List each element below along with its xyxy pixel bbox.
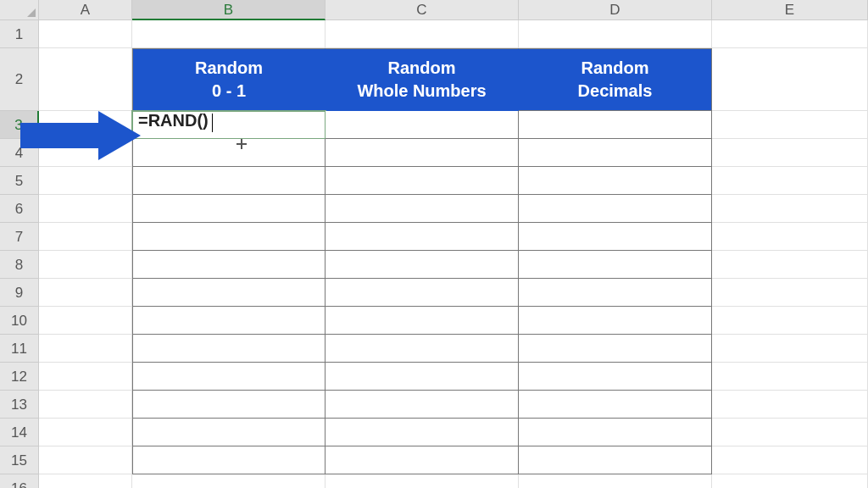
cell-D6[interactable]	[519, 195, 712, 223]
cell-E12[interactable]	[712, 363, 868, 391]
row-header-5[interactable]: 5	[0, 167, 39, 195]
cell-E3[interactable]	[712, 111, 868, 139]
cell-D10[interactable]	[519, 307, 712, 335]
cell-D16[interactable]	[519, 474, 712, 488]
row-header-14[interactable]: 14	[0, 419, 39, 446]
cell-D3[interactable]	[519, 111, 712, 139]
cell-A5[interactable]	[39, 167, 132, 195]
cell-B11[interactable]	[132, 335, 326, 363]
cell-B6[interactable]	[132, 195, 326, 223]
cell-A15[interactable]	[39, 446, 132, 474]
col-header-D[interactable]: D	[519, 0, 712, 20]
cell-A2[interactable]	[39, 48, 132, 111]
cell-B3-active[interactable]: =RAND()	[132, 111, 326, 139]
cell-C15[interactable]	[326, 446, 519, 474]
cell-A9[interactable]	[39, 279, 132, 307]
row-header-11[interactable]: 11	[0, 335, 39, 363]
col-header-E[interactable]: E	[712, 0, 868, 20]
cell-B16[interactable]	[132, 474, 326, 488]
cell-A12[interactable]	[39, 363, 132, 391]
cell-C13[interactable]	[326, 391, 519, 419]
cell-B5[interactable]	[132, 167, 326, 195]
row-header-12[interactable]: 12	[0, 363, 39, 391]
cell-C6[interactable]	[326, 195, 519, 223]
row-header-2[interactable]: 2	[0, 48, 39, 111]
col-header-B[interactable]: B	[132, 0, 326, 20]
cell-A13[interactable]	[39, 391, 132, 419]
cell-C2-header[interactable]: Random Whole Numbers	[326, 48, 519, 111]
cell-E7[interactable]	[712, 223, 868, 251]
col-header-A[interactable]: A	[39, 0, 132, 20]
cell-B14[interactable]	[132, 419, 326, 446]
cell-D5[interactable]	[519, 167, 712, 195]
cell-C1[interactable]	[326, 20, 519, 48]
row-header-3[interactable]: 3	[0, 111, 39, 139]
col-header-C[interactable]: C	[326, 0, 519, 20]
cell-D1[interactable]	[519, 20, 712, 48]
cell-A1[interactable]	[39, 20, 132, 48]
cell-D2-header[interactable]: Random Decimals	[519, 48, 712, 111]
cell-D11[interactable]	[519, 335, 712, 363]
cell-E15[interactable]	[712, 446, 868, 474]
cell-D8[interactable]	[519, 251, 712, 279]
cell-E9[interactable]	[712, 279, 868, 307]
cell-E16[interactable]	[712, 474, 868, 488]
cell-D14[interactable]	[519, 419, 712, 446]
cell-C7[interactable]	[326, 223, 519, 251]
cell-D12[interactable]	[519, 363, 712, 391]
row-header-7[interactable]: 7	[0, 223, 39, 251]
cell-E2[interactable]	[712, 48, 868, 111]
cell-A16[interactable]	[39, 474, 132, 488]
cell-A11[interactable]	[39, 335, 132, 363]
select-all-corner[interactable]	[0, 0, 39, 20]
cell-D7[interactable]	[519, 223, 712, 251]
cell-B4[interactable]	[132, 139, 326, 167]
cell-C3[interactable]	[326, 111, 519, 139]
cell-B12[interactable]	[132, 363, 326, 391]
cell-B1[interactable]	[132, 20, 326, 48]
cell-C14[interactable]	[326, 419, 519, 446]
row-header-16[interactable]: 16	[0, 474, 39, 488]
cell-E6[interactable]	[712, 195, 868, 223]
cell-B9[interactable]	[132, 279, 326, 307]
cell-C9[interactable]	[326, 279, 519, 307]
cell-A6[interactable]	[39, 195, 132, 223]
cell-E13[interactable]	[712, 391, 868, 419]
row-header-9[interactable]: 9	[0, 279, 39, 307]
row-header-1[interactable]: 1	[0, 20, 39, 48]
cell-B15[interactable]	[132, 446, 326, 474]
cell-C8[interactable]	[326, 251, 519, 279]
row-header-8[interactable]: 8	[0, 251, 39, 279]
cell-B8[interactable]	[132, 251, 326, 279]
row-header-13[interactable]: 13	[0, 391, 39, 419]
cell-B7[interactable]	[132, 223, 326, 251]
cell-B10[interactable]	[132, 307, 326, 335]
cell-B13[interactable]	[132, 391, 326, 419]
cell-C11[interactable]	[326, 335, 519, 363]
cell-C4[interactable]	[326, 139, 519, 167]
cell-C10[interactable]	[326, 307, 519, 335]
cell-A7[interactable]	[39, 223, 132, 251]
row-header-15[interactable]: 15	[0, 446, 39, 474]
cell-D15[interactable]	[519, 446, 712, 474]
cell-B2-header[interactable]: Random 0 - 1	[132, 48, 326, 111]
row-header-4[interactable]: 4	[0, 139, 39, 167]
cell-E10[interactable]	[712, 307, 868, 335]
cell-E4[interactable]	[712, 139, 868, 167]
cell-A14[interactable]	[39, 419, 132, 446]
cell-A8[interactable]	[39, 251, 132, 279]
cell-C5[interactable]	[326, 167, 519, 195]
row-header-10[interactable]: 10	[0, 307, 39, 335]
cell-A3[interactable]	[39, 111, 132, 139]
cell-D9[interactable]	[519, 279, 712, 307]
cell-E8[interactable]	[712, 251, 868, 279]
cell-A4[interactable]	[39, 139, 132, 167]
cell-C12[interactable]	[326, 363, 519, 391]
cell-D13[interactable]	[519, 391, 712, 419]
cell-E11[interactable]	[712, 335, 868, 363]
cell-D4[interactable]	[519, 139, 712, 167]
cell-E14[interactable]	[712, 419, 868, 446]
cell-E5[interactable]	[712, 167, 868, 195]
row-header-6[interactable]: 6	[0, 195, 39, 223]
cell-A10[interactable]	[39, 307, 132, 335]
